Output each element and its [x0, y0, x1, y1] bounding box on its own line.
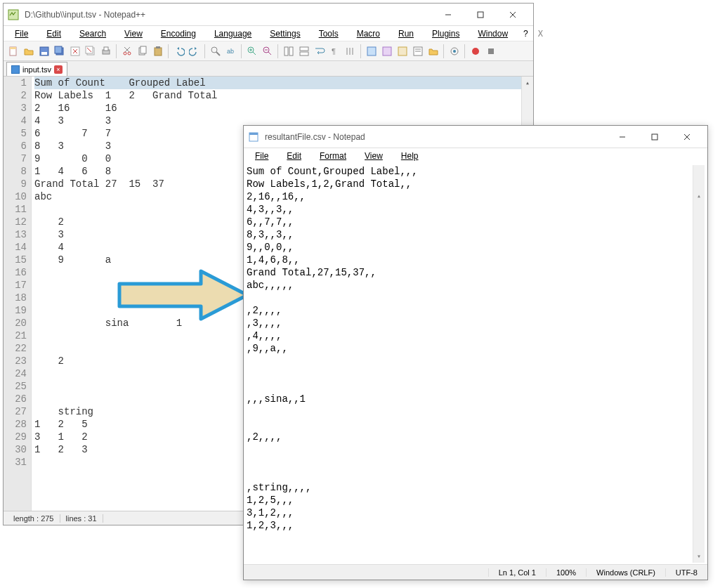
record-macro-icon[interactable] — [469, 44, 483, 58]
menu-help[interactable]: ? — [519, 27, 532, 40]
text-line[interactable] — [247, 532, 693, 544]
paste-icon[interactable] — [151, 44, 165, 58]
text-line[interactable]: ,2,,,, — [247, 304, 693, 317]
code-line[interactable]: Sum of Count Grouped Label — [34, 77, 521, 89]
udl-icon[interactable] — [365, 44, 379, 58]
new-file-icon[interactable] — [6, 44, 20, 58]
code-line[interactable]: 2 16 16 — [34, 102, 521, 115]
text-line[interactable]: 2,16,,16,, — [247, 190, 693, 203]
stop-macro-icon[interactable] — [484, 44, 498, 58]
zoom-out-icon[interactable] — [261, 44, 275, 58]
maximize-button[interactable] — [639, 126, 671, 148]
wordwrap-icon[interactable] — [313, 44, 327, 58]
scroll-down-icon[interactable]: ▾ — [693, 551, 705, 563]
menu-file[interactable]: File — [247, 150, 277, 162]
menu-settings[interactable]: Settings — [261, 27, 308, 40]
menu-format[interactable]: Format — [311, 150, 355, 162]
text-line[interactable]: 9,,0,0,, — [247, 241, 693, 254]
menu-view[interactable]: View — [116, 27, 151, 40]
tab-input-tsv[interactable]: input.tsv × — [6, 62, 67, 76]
menu-window[interactable]: Window — [469, 27, 516, 40]
save-icon[interactable] — [37, 44, 51, 58]
notepad-titlebar[interactable]: resultantFile.csv - Notepad — [244, 126, 707, 148]
text-line[interactable] — [247, 418, 693, 431]
text-line[interactable]: Sum of Count,Grouped Label,,, — [247, 165, 693, 178]
text-line[interactable]: ,3,,,, — [247, 317, 693, 329]
print-icon[interactable] — [99, 44, 113, 58]
sync-vscroll-icon[interactable] — [282, 44, 296, 58]
npp-titlebar[interactable]: D:\Github\\input.tsv - Notepad++ — [4, 4, 533, 26]
text-line[interactable] — [247, 405, 693, 418]
doc-list-icon[interactable] — [395, 44, 410, 58]
text-line[interactable]: 8,3,,3,, — [247, 228, 693, 241]
text-line[interactable] — [247, 469, 693, 481]
menubar-close-x[interactable]: X — [534, 27, 549, 40]
indent-guide-icon[interactable] — [343, 44, 358, 58]
cut-icon[interactable] — [120, 44, 134, 58]
text-line[interactable]: 4,3,,3,, — [247, 203, 693, 216]
text-line[interactable] — [247, 380, 693, 393]
func-list-icon[interactable] — [411, 44, 425, 58]
close-file-icon[interactable] — [68, 44, 82, 58]
replace-icon[interactable]: ab — [224, 44, 238, 58]
minimize-button[interactable] — [606, 126, 639, 148]
text-line[interactable] — [247, 443, 693, 456]
menu-edit[interactable]: Edit — [278, 150, 310, 162]
copy-icon[interactable] — [136, 44, 150, 58]
minimize-button[interactable] — [432, 4, 464, 25]
text-line[interactable]: ,,,sina,,1 — [247, 393, 693, 405]
svg-text:ab: ab — [227, 48, 234, 55]
text-line[interactable]: abc,,,,, — [247, 279, 693, 292]
vertical-scrollbar[interactable]: ▴ ▾ — [693, 165, 705, 563]
text-line[interactable]: 1,2,3,,, — [247, 519, 693, 532]
code-line[interactable]: Row Labels 1 2 Grand Total — [34, 89, 521, 102]
svg-point-19 — [124, 52, 126, 55]
scroll-up-icon[interactable]: ▴ — [522, 77, 533, 89]
monitor-icon[interactable] — [447, 44, 462, 58]
close-button[interactable] — [497, 4, 529, 25]
menu-macro[interactable]: Macro — [348, 27, 388, 40]
sync-hscroll-icon[interactable] — [297, 44, 311, 58]
menu-search[interactable]: Search — [71, 27, 114, 40]
text-line[interactable] — [247, 367, 693, 380]
text-line[interactable]: 1,2,5,,, — [247, 494, 693, 507]
tab-close-icon[interactable]: × — [54, 65, 63, 74]
close-all-icon[interactable] — [84, 44, 98, 58]
menu-language[interactable]: Language — [206, 27, 260, 40]
zoom-in-icon[interactable] — [245, 44, 259, 58]
undo-icon[interactable] — [172, 44, 186, 58]
text-line[interactable]: Row Labels,1,2,Grand Total,, — [247, 178, 693, 190]
allchars-icon[interactable]: ¶ — [328, 44, 342, 58]
open-file-icon[interactable] — [22, 44, 36, 58]
notepad-textarea[interactable]: Sum of Count,Grouped Label,,,Row Labels,… — [244, 164, 707, 564]
text-line[interactable]: ,2,,,, — [247, 431, 693, 443]
find-icon[interactable] — [209, 44, 223, 58]
text-line[interactable]: 1,4,6,8,, — [247, 254, 693, 266]
menu-view[interactable]: View — [356, 150, 391, 162]
svg-line-21 — [125, 47, 130, 52]
menu-edit[interactable]: Edit — [38, 27, 70, 40]
text-line[interactable] — [247, 292, 693, 304]
doc-map-icon[interactable] — [380, 44, 394, 58]
menu-file[interactable]: File — [6, 27, 37, 40]
text-line[interactable]: ,4,,,, — [247, 329, 693, 342]
menu-encoding[interactable]: Encoding — [152, 27, 204, 40]
menu-plugins[interactable]: Plugins — [424, 27, 468, 40]
scroll-up-icon[interactable]: ▴ — [693, 190, 705, 202]
text-line[interactable] — [247, 355, 693, 367]
npp-menubar: File Edit Search View Encoding Language … — [4, 26, 533, 41]
text-line[interactable]: ,string,,,, — [247, 481, 693, 494]
redo-icon[interactable] — [188, 44, 202, 58]
text-line[interactable]: 3,1,2,,, — [247, 507, 693, 519]
menu-run[interactable]: Run — [390, 27, 422, 40]
maximize-button[interactable] — [464, 4, 497, 25]
text-line[interactable] — [247, 456, 693, 469]
close-button[interactable] — [671, 126, 703, 148]
menu-help[interactable]: Help — [393, 150, 427, 162]
save-all-icon[interactable] — [53, 44, 67, 58]
text-line[interactable]: ,9,,a,, — [247, 342, 693, 355]
folder-workspace-icon[interactable] — [426, 44, 440, 58]
text-line[interactable]: Grand Total,27,15,37,, — [247, 266, 693, 279]
menu-tools[interactable]: Tools — [310, 27, 347, 40]
text-line[interactable]: 6,,7,7,, — [247, 216, 693, 228]
